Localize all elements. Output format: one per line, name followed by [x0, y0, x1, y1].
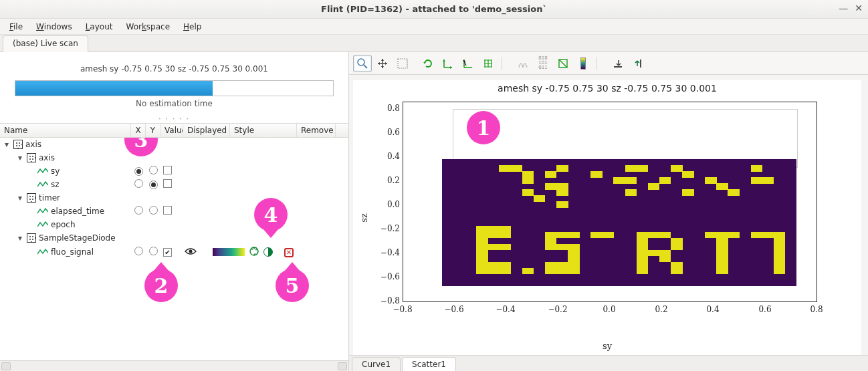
tree-label: axis	[39, 153, 55, 162]
signal-icon	[37, 181, 48, 188]
plot-xlabel: sy	[603, 341, 612, 351]
horizontal-scrollbar[interactable]	[0, 360, 348, 371]
col-header-value[interactable]: Value	[160, 124, 183, 137]
menu-windows[interactable]: Windows	[31, 21, 78, 33]
zoom-icon[interactable]	[353, 55, 372, 72]
eye-icon[interactable]	[185, 247, 197, 257]
tab-curve1[interactable]: Curve1	[352, 357, 401, 371]
signal-icon	[37, 208, 48, 215]
window-close-icon[interactable]: ✕	[855, 3, 863, 13]
radio-x-elapsed[interactable]	[134, 206, 143, 215]
splitter-handle[interactable]: • • • • •	[0, 112, 348, 123]
menu-layout[interactable]: Layout	[80, 21, 118, 33]
plot-tabs: Curve1 Scatter1	[349, 355, 868, 371]
expand-icon[interactable]: ▾	[3, 140, 11, 149]
col-header-y[interactable]: Y	[146, 124, 160, 137]
ytick: −0.8	[362, 296, 400, 305]
checkbox-val-sy[interactable]	[163, 166, 172, 174]
menu-help[interactable]: Help	[178, 21, 207, 33]
svg-point-4	[358, 59, 364, 66]
auto-icon[interactable]	[393, 55, 412, 72]
export-icon[interactable]	[629, 55, 647, 72]
window-titlebar: Flint (PID=1362) - attached to 'demo_ses…	[0, 0, 868, 19]
radio-x-sz[interactable]	[134, 179, 143, 188]
tree-row-axis-root[interactable]: ▾ axis	[0, 138, 348, 151]
window-minimize-icon[interactable]: —	[839, 3, 848, 13]
colorbar-icon[interactable]	[574, 55, 592, 72]
scan-progress	[15, 80, 334, 96]
radio-y-elapsed[interactable]	[149, 206, 158, 215]
tab-live-scan[interactable]: (base) Live scan	[3, 35, 88, 52]
window-title: Flint (PID=1362) - attached to 'demo_ses…	[321, 4, 547, 14]
pan-icon[interactable]	[373, 55, 392, 72]
menu-file[interactable]: File	[4, 21, 28, 33]
scroll-right-icon[interactable]	[338, 362, 347, 370]
svg-rect-6	[398, 59, 407, 68]
plot-area[interactable]: amesh sy -0.75 0.75 30 sz -0.75 0.75 30 …	[353, 80, 861, 355]
tree-body: ▾ axis ▾ axis sy	[0, 138, 348, 360]
callout-5: 5	[276, 269, 309, 302]
checkbox-val-elapsed[interactable]	[163, 206, 172, 215]
tab-scatter1[interactable]: Scatter1	[402, 357, 456, 371]
xtick: 0.8	[810, 305, 823, 314]
tree-row-device[interactable]: ▾ SampleStageDiode	[0, 231, 348, 245]
tree-row-fluo[interactable]: fluo_signal ✕	[0, 245, 348, 259]
signal-icon	[37, 221, 48, 228]
col-header-style[interactable]: Style	[230, 124, 297, 137]
tree-label: sy	[51, 166, 60, 176]
menu-workspace[interactable]: Workspace	[120, 21, 175, 33]
refresh-icon[interactable]	[419, 55, 437, 72]
xtick: −0.6	[444, 305, 463, 314]
expand-icon[interactable]: ▾	[16, 233, 24, 243]
crosshair-icon[interactable]	[459, 55, 477, 72]
radio-y-fluo[interactable]	[149, 247, 158, 255]
expand-icon[interactable]: ▾	[16, 153, 24, 162]
colormap-bar[interactable]	[213, 248, 245, 256]
remove-icon[interactable]: ✕	[284, 248, 294, 257]
plot-axes[interactable]	[403, 102, 817, 302]
contrast-icon[interactable]	[263, 247, 273, 257]
tree-label: elapsed_time	[51, 207, 104, 216]
tree-label: axis	[25, 140, 41, 149]
mask-icon[interactable]	[554, 55, 572, 72]
ytick: 0.4	[362, 152, 400, 161]
axis-tool-icon[interactable]	[439, 55, 457, 72]
tree-row-axis[interactable]: ▾ axis	[0, 151, 348, 164]
scroll-left-icon[interactable]	[1, 362, 11, 370]
plot-ylabel: sz	[359, 213, 369, 223]
tree-row-epoch[interactable]: epoch	[0, 218, 348, 231]
import-icon[interactable]	[609, 55, 627, 72]
chart-icon	[13, 140, 23, 149]
radio-x-sy[interactable]	[134, 167, 143, 176]
tree-row-sz[interactable]: sz	[0, 178, 348, 191]
scan-progress-bar	[15, 81, 213, 96]
expand-icon[interactable]: ▾	[16, 193, 24, 203]
histogram-icon[interactable]	[514, 55, 532, 72]
xtick: −0.4	[496, 305, 515, 314]
radio-y-sz[interactable]	[149, 180, 158, 189]
ytick: 0.6	[362, 128, 400, 137]
col-header-x[interactable]: X	[131, 124, 146, 137]
svg-point-0	[189, 250, 193, 253]
svg-point-1	[251, 249, 253, 250]
right-panel: 010101011 amesh sy -0.75 0.75 30 sz -0.7…	[349, 52, 868, 371]
radio-x-fluo[interactable]	[134, 247, 143, 255]
checkbox-val-sz[interactable]	[163, 179, 172, 188]
tree-row-elapsed[interactable]: elapsed_time	[0, 205, 348, 218]
col-header-name[interactable]: Name	[0, 124, 131, 137]
menubar: File Windows Layout Workspace Help	[0, 19, 868, 35]
tree-label: timer	[39, 193, 60, 203]
tree-label: sz	[51, 180, 60, 189]
palette-icon[interactable]	[249, 246, 259, 259]
col-header-remove[interactable]: Remove	[297, 124, 336, 137]
signal-icon	[37, 168, 48, 174]
radio-y-sy[interactable]	[149, 166, 158, 174]
callout-4: 4	[254, 198, 288, 231]
tree-row-timer[interactable]: ▾ timer	[0, 191, 348, 205]
tree-row-sy[interactable]: sy	[0, 164, 348, 178]
xtick: 0.0	[603, 305, 615, 314]
grid-icon[interactable]	[479, 55, 498, 72]
col-header-displayed[interactable]: Displayed	[183, 124, 230, 137]
ytick: −0.6	[362, 272, 400, 281]
binary-icon[interactable]: 010101011	[534, 55, 552, 72]
